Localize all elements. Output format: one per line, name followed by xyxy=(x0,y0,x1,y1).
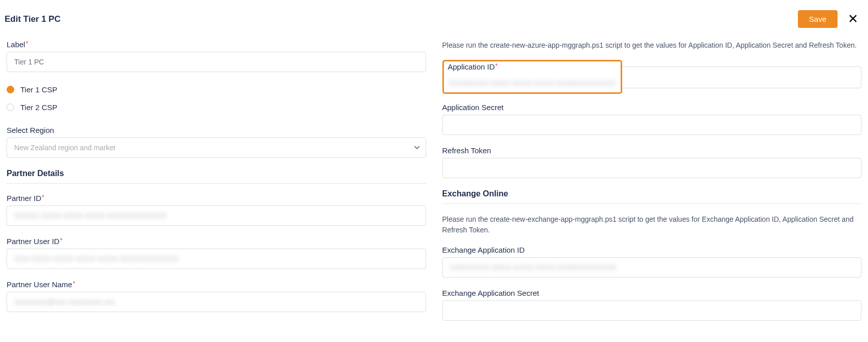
required-marker: * xyxy=(26,40,28,47)
application-id-input-extension xyxy=(622,61,861,94)
partner-id-input[interactable]: XXXXX-XXXX-XXXX-XXXX-XXXXXXXXXXXX xyxy=(7,206,426,226)
left-column: Label* Tier 1 CSP Tier 2 CSP Select Regi… xyxy=(7,40,426,332)
label-field-label: Label* xyxy=(7,40,426,49)
radio-selected-icon xyxy=(7,86,14,93)
close-icon xyxy=(849,17,857,24)
label-input[interactable] xyxy=(7,52,426,72)
exchange-app-secret-group: Exchange Application Secret xyxy=(442,289,862,321)
divider xyxy=(7,183,426,184)
application-id-highlight: Application ID* XXXXXXXX-XXXX-XXXX-XXXX-… xyxy=(442,60,622,94)
masked-value: XXXXXXXX-XXXX-XXXX-XXXX-XXXXXXXXXXXX xyxy=(450,263,854,271)
tier1-radio[interactable]: Tier 1 CSP xyxy=(7,85,426,94)
close-button[interactable] xyxy=(847,12,859,26)
partner-user-id-label: Partner User ID* xyxy=(7,237,426,246)
refresh-token-input[interactable] xyxy=(442,158,862,178)
partner-user-id-input[interactable]: XXX-XXXX-XXXX-XXXX-XXXX-XXXXXXXXXXXX xyxy=(7,249,426,269)
partner-id-label: Partner ID* xyxy=(7,194,426,202)
application-secret-input[interactable] xyxy=(442,115,862,135)
refresh-token-label: Refresh Token xyxy=(442,146,862,155)
application-id-input-right[interactable] xyxy=(622,66,861,88)
exchange-app-id-input[interactable]: XXXXXXXX-XXXX-XXXX-XXXX-XXXXXXXXXXXX xyxy=(442,257,862,278)
tier-radio-group: Tier 1 CSP Tier 2 CSP xyxy=(7,85,426,112)
radio-unselected-icon xyxy=(7,104,14,111)
region-select[interactable]: New Zealand region and market xyxy=(7,138,426,158)
right-column: Please run the create-new-azure-app-mggr… xyxy=(442,40,862,332)
exchange-helper-text: Please run the create-new-exchange-app-m… xyxy=(442,214,862,235)
refresh-token-group: Refresh Token xyxy=(442,146,862,178)
partner-id-group: Partner ID* XXXXX-XXXX-XXXX-XXXX-XXXXXXX… xyxy=(7,194,426,226)
required-marker: * xyxy=(495,62,498,70)
region-field-group: Select Region New Zealand region and mar… xyxy=(7,126,426,158)
dialog-header: Edit Tier 1 PC Save xyxy=(0,0,868,28)
partner-details-heading: Partner Details xyxy=(7,169,426,178)
label-text: Partner User ID xyxy=(7,237,59,246)
partner-user-name-label: Partner User Name* xyxy=(7,280,426,289)
application-secret-label: Application Secret xyxy=(442,103,862,112)
region-label: Select Region xyxy=(7,126,426,134)
exchange-app-secret-input[interactable] xyxy=(442,300,862,321)
application-secret-group: Application Secret xyxy=(442,103,862,135)
partner-user-name-group: Partner User Name* xxxxxxxxx@xxx.xxxxxxx… xyxy=(7,280,426,312)
divider xyxy=(442,203,862,204)
application-id-row: Application ID* XXXXXXXX-XXXX-XXXX-XXXX-… xyxy=(442,61,862,94)
form-columns: Label* Tier 1 CSP Tier 2 CSP Select Regi… xyxy=(0,28,868,332)
required-marker: * xyxy=(73,280,75,287)
label-text: Label xyxy=(7,40,25,49)
tier1-radio-label: Tier 1 CSP xyxy=(20,85,57,94)
label-field-group: Label* xyxy=(7,40,426,72)
exchange-app-secret-label: Exchange Application Secret xyxy=(442,289,862,297)
header-actions: Save xyxy=(798,10,863,28)
page-title: Edit Tier 1 PC xyxy=(5,14,60,24)
masked-value: xxxxxxxxx@xxx.xxxxxxxxx.xxx xyxy=(14,298,419,306)
tier2-radio-label: Tier 2 CSP xyxy=(20,103,57,112)
save-button[interactable]: Save xyxy=(798,10,838,28)
label-text: Application ID xyxy=(448,62,495,71)
partner-user-name-input[interactable]: xxxxxxxxx@xxx.xxxxxxxxx.xxx xyxy=(7,292,426,312)
masked-value: XXXXXXXX-XXXX-XXXX-XXXX-XXXXXXXXXXXX xyxy=(449,79,616,87)
required-marker: * xyxy=(42,194,44,201)
required-marker: * xyxy=(60,237,62,244)
exchange-app-id-group: Exchange Application ID XXXXXXXX-XXXX-XX… xyxy=(442,246,862,278)
masked-value: XXXXX-XXXX-XXXX-XXXX-XXXXXXXXXXXX xyxy=(14,212,419,220)
exchange-online-heading: Exchange Online xyxy=(442,189,862,198)
application-id-input-left[interactable]: XXXXXXXX-XXXX-XXXX-XXXX-XXXXXXXXXXXX xyxy=(448,74,617,88)
partner-user-id-group: Partner User ID* XXX-XXXX-XXXX-XXXX-XXXX… xyxy=(7,237,426,269)
label-text: Partner User Name xyxy=(7,280,72,289)
label-text: Partner ID xyxy=(7,194,41,202)
masked-value: XXX-XXXX-XXXX-XXXX-XXXX-XXXXXXXXXXXX xyxy=(14,255,419,263)
application-id-label: Application ID* xyxy=(448,62,617,71)
exchange-app-id-label: Exchange Application ID xyxy=(442,246,862,254)
tier2-radio[interactable]: Tier 2 CSP xyxy=(7,103,426,112)
azure-helper-text: Please run the create-new-azure-app-mggr… xyxy=(442,40,862,51)
